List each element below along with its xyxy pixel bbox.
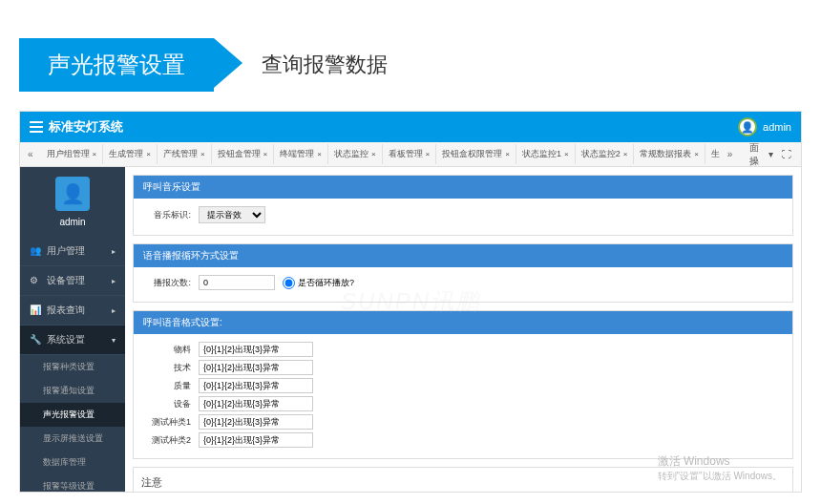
voice-format-input[interactable]: [199, 342, 313, 357]
close-icon[interactable]: ×: [371, 150, 376, 158]
loop-count-input[interactable]: [199, 275, 275, 290]
user-area[interactable]: admin: [738, 117, 791, 136]
close-icon[interactable]: ×: [505, 150, 510, 158]
voice-row-label: 设备: [143, 398, 191, 410]
sidebar-item[interactable]: ⚙设备管理▸: [20, 266, 125, 296]
tabs-next-button[interactable]: »: [720, 149, 741, 159]
menu-icon[interactable]: [30, 121, 43, 133]
close-icon[interactable]: ×: [623, 150, 628, 158]
windows-watermark: 激活 Windows 转到"设置"以激活 Windows。: [658, 454, 782, 482]
voice-row-label: 质量: [143, 380, 191, 392]
chevron-icon: ▸: [112, 277, 116, 285]
sidebar-subitem[interactable]: 数据库管理: [20, 451, 125, 474]
chevron-down-icon: ▾: [768, 149, 773, 159]
tabs-container: 用户组管理×生成管理×产线管理×投钮盒管理×终端管理×状态监控×看板管理×投钮盒…: [41, 144, 720, 164]
panel-voice-title: 呼叫语音格式设置:: [134, 311, 792, 334]
main-content: 呼叫音乐设置 音乐标识: 提示音效 语音播报循环方式设置 播报次数:: [125, 167, 801, 492]
chevron-icon: ▾: [112, 336, 116, 345]
panel-loop: 语音播报循环方式设置 播报次数: 是否循环播放?: [133, 243, 793, 303]
voice-format-input[interactable]: [199, 396, 313, 411]
panel-loop-title: 语音播报循环方式设置: [134, 244, 792, 267]
tab[interactable]: 常规数据报表×: [634, 144, 705, 164]
tab[interactable]: 生成管理×: [103, 144, 158, 164]
sidebar-username: admin: [30, 217, 116, 227]
system-title-text: 标准安灯系统: [49, 118, 123, 136]
watermark-sub: 转到"设置"以激活 Windows。: [658, 470, 782, 482]
loop-radio[interactable]: [283, 277, 295, 289]
close-icon[interactable]: ×: [263, 150, 268, 158]
voice-format-input[interactable]: [199, 414, 313, 430]
tab-more-label: 页面操作: [749, 142, 766, 167]
sidebar-subitem[interactable]: 显示屏推送设置: [20, 427, 125, 451]
close-icon[interactable]: ×: [93, 150, 97, 158]
voice-row-label: 测试种类2: [143, 434, 191, 447]
close-icon[interactable]: ×: [317, 150, 322, 158]
avatar-icon: [738, 117, 757, 136]
system-title: 标准安灯系统: [30, 118, 123, 136]
page-header: 声光报警设置 查询报警数据: [19, 38, 802, 92]
sidebar-subitem[interactable]: 报警种类设置: [20, 355, 125, 379]
sidebar-icon: ⚙: [30, 275, 41, 286]
voice-format-row: 测试种类2: [143, 432, 783, 448]
top-bar: 标准安灯系统 admin: [20, 112, 801, 142]
close-icon[interactable]: ×: [564, 150, 569, 158]
chevron-icon: ▸: [112, 247, 116, 256]
tab[interactable]: 生成/产线异常报表×: [705, 144, 720, 164]
sidebar-item[interactable]: 📊报表查询▸: [20, 296, 125, 326]
tab[interactable]: 看板管理×: [383, 144, 437, 164]
sidebar-item[interactable]: 👥用户管理▸: [20, 237, 125, 266]
sidebar: admin 👥用户管理▸⚙设备管理▸📊报表查询▸🔧系统设置▾ 报警种类设置报警通…: [20, 167, 125, 492]
page-header-title: 声光报警设置: [19, 38, 214, 92]
close-icon[interactable]: ×: [426, 150, 431, 158]
voice-format-row: 技术: [143, 360, 783, 375]
voice-format-row: 测试种类1: [143, 414, 783, 430]
chevron-icon: ▸: [112, 306, 116, 315]
panel-music: 呼叫音乐设置 音乐标识: 提示音效: [133, 175, 793, 236]
sidebar-icon: 📊: [30, 304, 41, 316]
voice-format-input[interactable]: [199, 378, 313, 393]
sidebar-subitem[interactable]: 报警通知设置: [20, 379, 125, 403]
close-icon[interactable]: ×: [694, 150, 699, 158]
voice-format-input[interactable]: [199, 360, 313, 375]
close-icon[interactable]: ×: [146, 150, 151, 158]
tab[interactable]: 用户组管理×: [41, 144, 104, 164]
tab[interactable]: 终端管理×: [274, 144, 328, 164]
username-text: admin: [763, 121, 791, 133]
tab[interactable]: 状态监控1×: [516, 144, 576, 164]
sidebar-submenu: 报警种类设置报警通知设置声光报警设置显示屏推送设置数据库管理报警等级设置邮件设置: [20, 355, 125, 492]
sidebar-groups: 👥用户管理▸⚙设备管理▸📊报表查询▸🔧系统设置▾: [20, 237, 125, 355]
tab-more-dropdown[interactable]: 页面操作 ▾ ⛶: [740, 142, 801, 167]
sidebar-icon: 🔧: [30, 334, 41, 346]
tab[interactable]: 状态监控2×: [576, 144, 635, 164]
panel-music-title: 呼叫音乐设置: [134, 176, 792, 199]
expand-icon[interactable]: ⛶: [782, 149, 791, 159]
loop-label: 播报次数:: [143, 277, 191, 289]
tab[interactable]: 产线管理×: [158, 144, 212, 164]
app-body: admin 👥用户管理▸⚙设备管理▸📊报表查询▸🔧系统设置▾ 报警种类设置报警通…: [20, 167, 801, 492]
app-window: SUNPN讯鹏 标准安灯系统 admin « 用户组管理×生成管理×产线管理×投…: [19, 111, 802, 493]
music-select[interactable]: 提示音效: [199, 206, 265, 223]
tabs-prev-button[interactable]: «: [20, 149, 41, 159]
tab[interactable]: 状态监控×: [328, 144, 383, 164]
voice-row-label: 技术: [143, 362, 191, 374]
tab[interactable]: 投钮盒管理×: [212, 144, 275, 164]
voice-row-label: 测试种类1: [143, 416, 191, 429]
loop-radio-group[interactable]: 是否循环播放?: [283, 277, 354, 289]
sidebar-avatar-icon: [55, 177, 90, 211]
close-icon[interactable]: ×: [200, 150, 205, 158]
music-label: 音乐标识:: [143, 209, 191, 221]
voice-format-row: 物料: [143, 342, 783, 357]
voice-format-input[interactable]: [199, 432, 313, 448]
sidebar-subitem[interactable]: 报警等级设置: [20, 474, 125, 492]
voice-format-row: 设备: [143, 396, 783, 411]
voice-row-label: 物料: [143, 344, 191, 356]
loop-radio-label: 是否循环播放?: [298, 277, 354, 289]
sidebar-subitem[interactable]: 声光报警设置: [20, 403, 125, 427]
tabs-bar: « 用户组管理×生成管理×产线管理×投钮盒管理×终端管理×状态监控×看板管理×投…: [20, 142, 801, 167]
tab[interactable]: 投钮盒权限管理×: [436, 144, 516, 164]
page-header-subtitle: 查询报警数据: [262, 51, 388, 79]
sidebar-icon: 👥: [30, 245, 41, 257]
sidebar-item[interactable]: 🔧系统设置▾: [20, 326, 125, 355]
panel-voice: 呼叫语音格式设置: 物料技术质量设备测试种类1测试种类2: [133, 310, 793, 459]
voice-format-row: 质量: [143, 378, 783, 393]
